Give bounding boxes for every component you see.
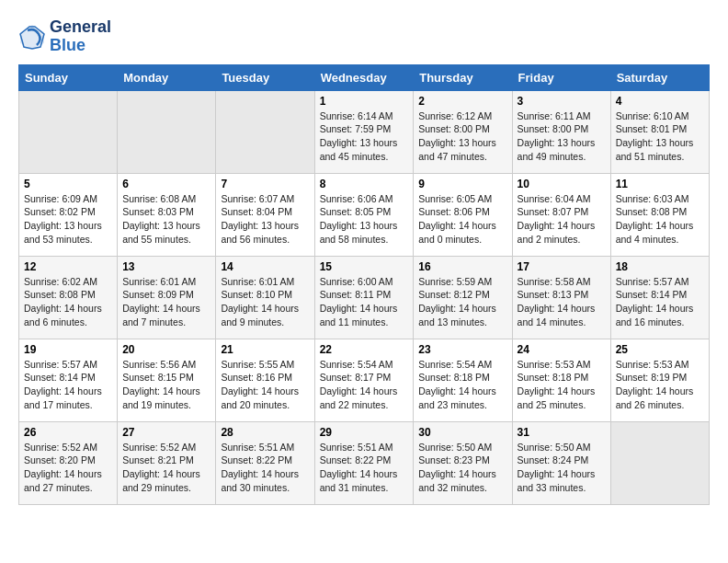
col-header-saturday: Saturday: [610, 64, 709, 90]
calendar-cell: 2Sunrise: 6:12 AMSunset: 8:00 PMDaylight…: [414, 90, 512, 173]
calendar-cell: 11Sunrise: 6:03 AMSunset: 8:08 PMDayligh…: [610, 173, 709, 256]
day-info: Sunrise: 5:55 AMSunset: 8:16 PMDaylight:…: [221, 358, 309, 412]
calendar-cell: [216, 90, 314, 173]
day-number: 8: [320, 178, 409, 190]
day-number: 5: [24, 178, 112, 190]
calendar-cell: 7Sunrise: 6:07 AMSunset: 8:04 PMDaylight…: [216, 173, 314, 256]
calendar-cell: [610, 421, 709, 504]
col-header-friday: Friday: [512, 64, 610, 90]
day-info: Sunrise: 6:04 AMSunset: 8:07 PMDaylight:…: [518, 192, 606, 247]
day-number: 17: [518, 260, 606, 273]
calendar-cell: 3Sunrise: 6:11 AMSunset: 8:00 PMDaylight…: [512, 90, 610, 173]
calendar-cell: 15Sunrise: 6:00 AMSunset: 8:11 PMDayligh…: [314, 256, 414, 339]
day-info: Sunrise: 6:10 AMSunset: 8:01 PMDaylight:…: [616, 109, 704, 164]
day-number: 12: [24, 260, 112, 273]
calendar-cell: 12Sunrise: 6:02 AMSunset: 8:08 PMDayligh…: [19, 256, 118, 339]
calendar-cell: 13Sunrise: 6:01 AMSunset: 8:09 PMDayligh…: [118, 256, 216, 339]
calendar-cell: 25Sunrise: 5:53 AMSunset: 8:19 PMDayligh…: [610, 339, 709, 421]
col-header-tuesday: Tuesday: [216, 64, 314, 90]
day-info: Sunrise: 6:00 AMSunset: 8:11 PMDaylight:…: [320, 275, 409, 329]
page-header: General Blue: [18, 18, 710, 55]
day-info: Sunrise: 5:52 AMSunset: 8:20 PMDaylight:…: [24, 441, 112, 495]
day-info: Sunrise: 5:54 AMSunset: 8:18 PMDaylight:…: [418, 358, 506, 412]
day-info: Sunrise: 6:11 AMSunset: 8:00 PMDaylight:…: [518, 109, 606, 164]
day-info: Sunrise: 5:51 AMSunset: 8:22 PMDaylight:…: [221, 441, 309, 495]
day-info: Sunrise: 6:03 AMSunset: 8:08 PMDaylight:…: [616, 192, 704, 247]
day-number: 24: [518, 343, 606, 356]
calendar-cell: 26Sunrise: 5:52 AMSunset: 8:20 PMDayligh…: [19, 421, 118, 504]
day-number: 11: [616, 178, 704, 190]
week-row-3: 12Sunrise: 6:02 AMSunset: 8:08 PMDayligh…: [19, 256, 710, 339]
calendar-cell: 22Sunrise: 5:54 AMSunset: 8:17 PMDayligh…: [314, 339, 414, 421]
day-number: 6: [122, 178, 210, 190]
day-number: 9: [418, 178, 506, 190]
calendar-cell: 30Sunrise: 5:50 AMSunset: 8:23 PMDayligh…: [414, 421, 512, 504]
calendar-cell: 24Sunrise: 5:53 AMSunset: 8:18 PMDayligh…: [512, 339, 610, 421]
day-number: 13: [122, 260, 210, 273]
calendar-table: SundayMondayTuesdayWednesdayThursdayFrid…: [18, 64, 710, 505]
day-info: Sunrise: 6:01 AMSunset: 8:10 PMDaylight:…: [221, 275, 309, 329]
calendar-cell: 20Sunrise: 5:56 AMSunset: 8:15 PMDayligh…: [118, 339, 216, 421]
calendar-cell: 8Sunrise: 6:06 AMSunset: 8:05 PMDaylight…: [314, 173, 414, 256]
day-number: 27: [122, 426, 210, 439]
day-info: Sunrise: 6:05 AMSunset: 8:06 PMDaylight:…: [418, 192, 506, 247]
calendar-cell: 10Sunrise: 6:04 AMSunset: 8:07 PMDayligh…: [512, 173, 610, 256]
day-number: 7: [221, 178, 309, 190]
day-info: Sunrise: 5:52 AMSunset: 8:21 PMDaylight:…: [122, 441, 210, 495]
day-info: Sunrise: 5:50 AMSunset: 8:23 PMDaylight:…: [418, 441, 506, 495]
calendar-cell: 31Sunrise: 5:50 AMSunset: 8:24 PMDayligh…: [512, 421, 610, 504]
day-number: 16: [418, 260, 506, 273]
day-info: Sunrise: 5:58 AMSunset: 8:13 PMDaylight:…: [518, 275, 606, 329]
calendar-cell: 5Sunrise: 6:09 AMSunset: 8:02 PMDaylight…: [19, 173, 118, 256]
day-info: Sunrise: 5:51 AMSunset: 8:22 PMDaylight:…: [320, 441, 409, 495]
calendar-cell: 4Sunrise: 6:10 AMSunset: 8:01 PMDaylight…: [610, 90, 709, 173]
week-row-2: 5Sunrise: 6:09 AMSunset: 8:02 PMDaylight…: [19, 173, 710, 256]
day-number: 29: [320, 426, 409, 439]
week-row-4: 19Sunrise: 5:57 AMSunset: 8:14 PMDayligh…: [19, 339, 710, 421]
calendar-cell: [19, 90, 118, 173]
day-info: Sunrise: 5:53 AMSunset: 8:19 PMDaylight:…: [616, 358, 704, 412]
calendar-cell: 23Sunrise: 5:54 AMSunset: 8:18 PMDayligh…: [414, 339, 512, 421]
col-header-sunday: Sunday: [19, 64, 118, 90]
day-info: Sunrise: 5:54 AMSunset: 8:17 PMDaylight:…: [320, 358, 409, 412]
day-number: 31: [518, 426, 606, 439]
calendar-cell: 14Sunrise: 6:01 AMSunset: 8:10 PMDayligh…: [216, 256, 314, 339]
calendar-cell: 17Sunrise: 5:58 AMSunset: 8:13 PMDayligh…: [512, 256, 610, 339]
day-info: Sunrise: 6:02 AMSunset: 8:08 PMDaylight:…: [24, 275, 112, 329]
day-info: Sunrise: 5:53 AMSunset: 8:18 PMDaylight:…: [518, 358, 606, 412]
day-number: 10: [518, 178, 606, 190]
calendar-cell: 19Sunrise: 5:57 AMSunset: 8:14 PMDayligh…: [19, 339, 118, 421]
calendar-cell: 27Sunrise: 5:52 AMSunset: 8:21 PMDayligh…: [118, 421, 216, 504]
day-number: 15: [320, 260, 409, 273]
calendar-cell: 28Sunrise: 5:51 AMSunset: 8:22 PMDayligh…: [216, 421, 314, 504]
calendar-cell: 21Sunrise: 5:55 AMSunset: 8:16 PMDayligh…: [216, 339, 314, 421]
calendar-cell: 16Sunrise: 5:59 AMSunset: 8:12 PMDayligh…: [414, 256, 512, 339]
day-info: Sunrise: 6:06 AMSunset: 8:05 PMDaylight:…: [320, 192, 409, 247]
day-number: 28: [221, 426, 309, 439]
week-row-5: 26Sunrise: 5:52 AMSunset: 8:20 PMDayligh…: [19, 421, 710, 504]
header-row: SundayMondayTuesdayWednesdayThursdayFrid…: [19, 64, 710, 90]
day-info: Sunrise: 6:07 AMSunset: 8:04 PMDaylight:…: [221, 192, 309, 247]
day-number: 3: [518, 95, 606, 108]
calendar-cell: 6Sunrise: 6:08 AMSunset: 8:03 PMDaylight…: [118, 173, 216, 256]
day-info: Sunrise: 6:09 AMSunset: 8:02 PMDaylight:…: [24, 192, 112, 247]
day-number: 2: [418, 95, 506, 108]
day-number: 19: [24, 343, 112, 356]
logo: General Blue: [18, 18, 111, 55]
week-row-1: 1Sunrise: 6:14 AMSunset: 7:59 PMDaylight…: [19, 90, 710, 173]
day-number: 20: [122, 343, 210, 356]
calendar-cell: 18Sunrise: 5:57 AMSunset: 8:14 PMDayligh…: [610, 256, 709, 339]
col-header-thursday: Thursday: [414, 64, 512, 90]
day-info: Sunrise: 5:56 AMSunset: 8:15 PMDaylight:…: [122, 358, 210, 412]
logo-icon: [18, 23, 46, 51]
day-info: Sunrise: 6:01 AMSunset: 8:09 PMDaylight:…: [122, 275, 210, 329]
day-number: 25: [616, 343, 704, 356]
day-info: Sunrise: 5:57 AMSunset: 8:14 PMDaylight:…: [616, 275, 704, 329]
calendar-cell: [118, 90, 216, 173]
logo-text: General Blue: [50, 18, 111, 55]
day-info: Sunrise: 5:57 AMSunset: 8:14 PMDaylight:…: [24, 358, 112, 412]
day-number: 14: [221, 260, 309, 273]
day-number: 26: [24, 426, 112, 439]
day-info: Sunrise: 6:14 AMSunset: 7:59 PMDaylight:…: [320, 109, 409, 164]
day-number: 23: [418, 343, 506, 356]
